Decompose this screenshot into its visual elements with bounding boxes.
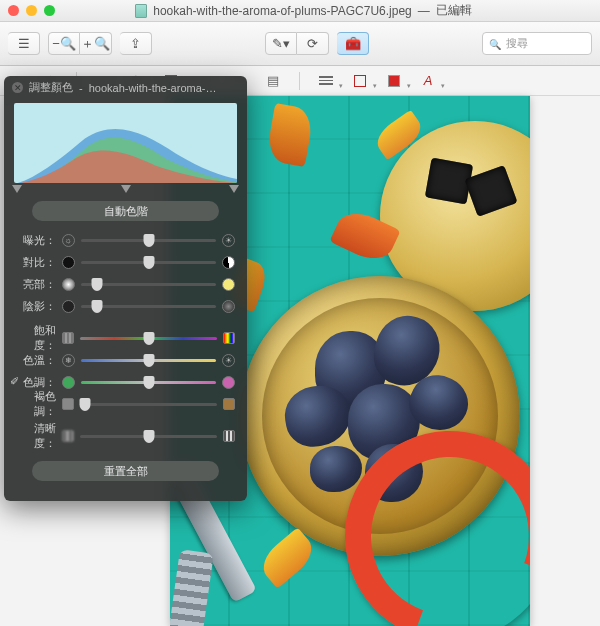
sharpness-high-icon: [223, 430, 235, 442]
rotate-icon: ⟳: [307, 36, 318, 51]
document-icon: [135, 4, 147, 18]
traffic-lights: [8, 5, 55, 16]
sepia-high-icon: [223, 398, 235, 410]
saturation-slider[interactable]: [80, 337, 217, 340]
zoom-in-button[interactable]: ＋🔍: [80, 32, 112, 55]
contrast-high-icon: [222, 256, 235, 269]
fill-color-icon: [388, 75, 400, 87]
window-filename: hookah-with-the-aroma-of-plums-PAGC7U6.j…: [153, 4, 412, 18]
close-panel-button[interactable]: ✕: [12, 82, 23, 93]
saturation-slider-row: 飽和度：: [4, 327, 247, 349]
exposure-slider[interactable]: [81, 239, 216, 242]
share-icon: ⇪: [130, 36, 141, 51]
temperature-slider-row: 色溫： ❄ ☀: [4, 349, 247, 371]
fill-color-button[interactable]: [384, 71, 404, 91]
line-style-button[interactable]: [316, 71, 336, 91]
stroke-color-icon: [354, 75, 366, 87]
exposure-slider-row: 曝光： ☼ ☀: [4, 229, 247, 251]
highlights-slider[interactable]: [81, 283, 216, 286]
sharpness-low-icon: [62, 430, 74, 442]
histogram: [14, 103, 237, 183]
sharpness-slider[interactable]: [80, 435, 217, 438]
markup-toolbar-button[interactable]: 🧰: [337, 32, 369, 55]
zoom-in-icon: ＋🔍: [81, 35, 110, 53]
zoom-out-icon: −🔍: [52, 36, 76, 51]
window-titlebar: hookah-with-the-aroma-of-plums-PAGC7U6.j…: [0, 0, 600, 22]
close-window-button[interactable]: [8, 5, 19, 16]
contrast-slider[interactable]: [81, 261, 216, 264]
search-icon: [489, 38, 501, 50]
sharpness-slider-row: 清晰度：: [4, 425, 247, 447]
search-field[interactable]: 搜尋: [482, 32, 592, 55]
adjust-color-panel: ✕ 調整顏色 - hookah-with-the-aroma-of-plums-…: [4, 76, 247, 501]
shadows-slider-row: 陰影：: [4, 295, 247, 317]
reset-all-button[interactable]: 重置全部: [32, 461, 219, 481]
temperature-low-icon: ❄: [62, 354, 75, 367]
rotate-button[interactable]: ⟳: [297, 32, 329, 55]
border-color-button[interactable]: [350, 71, 370, 91]
sidebar-toggle-button[interactable]: ☰: [8, 32, 40, 55]
panel-title-file: hookah-with-the-aroma-of-plums-PAGC7U...: [89, 82, 219, 94]
zoom-out-button[interactable]: −🔍: [48, 32, 80, 55]
minimize-window-button[interactable]: [26, 5, 37, 16]
text-style-button[interactable]: A: [418, 71, 438, 91]
note-tool[interactable]: ▤: [263, 71, 283, 91]
temperature-slider[interactable]: [81, 359, 216, 362]
sepia-slider-row: 褐色調：: [4, 393, 247, 415]
search-placeholder: 搜尋: [506, 36, 528, 51]
eyedropper-button[interactable]: ✐: [10, 375, 24, 389]
sepia-low-icon: [62, 398, 74, 410]
tint-low-icon: [62, 376, 75, 389]
tint-high-icon: [222, 376, 235, 389]
sepia-slider[interactable]: [80, 403, 217, 406]
highlights-slider-row: 亮部：: [4, 273, 247, 295]
highlight-tool-button[interactable]: ✎ ▾: [265, 32, 297, 55]
temperature-high-icon: ☀: [222, 354, 235, 367]
saturation-low-icon: [62, 332, 74, 344]
shadows-low-icon: [62, 300, 75, 313]
levels-black-point[interactable]: [12, 185, 22, 193]
tint-slider-row: ✐ 色調：: [4, 371, 247, 393]
lines-icon: [319, 76, 333, 85]
highlights-high-icon: [222, 278, 235, 291]
pencil-icon: ✎: [272, 36, 283, 51]
auto-levels-button[interactable]: 自動色階: [32, 201, 219, 221]
window-edit-status: 已編輯: [436, 2, 472, 19]
tint-slider[interactable]: [81, 381, 216, 384]
highlights-low-icon: [62, 278, 75, 291]
shadows-slider[interactable]: [81, 305, 216, 308]
contrast-slider-row: 對比：: [4, 251, 247, 273]
levels-white-point[interactable]: [229, 185, 239, 193]
main-toolbar: ☰ −🔍 ＋🔍 ⇪ ✎ ▾ ⟳ 🧰 搜尋: [0, 22, 600, 66]
toolbox-icon: 🧰: [345, 36, 361, 51]
saturation-high-icon: [223, 332, 235, 344]
panel-title-prefix: 調整顏色: [29, 80, 73, 95]
zoom-window-button[interactable]: [44, 5, 55, 16]
shadows-high-icon: [222, 300, 235, 313]
sun-dim-icon: ☼: [62, 234, 75, 247]
sun-bright-icon: ☀: [222, 234, 235, 247]
contrast-low-icon: [62, 256, 75, 269]
levels-mid-point[interactable]: [121, 185, 131, 193]
share-button[interactable]: ⇪: [120, 32, 152, 55]
